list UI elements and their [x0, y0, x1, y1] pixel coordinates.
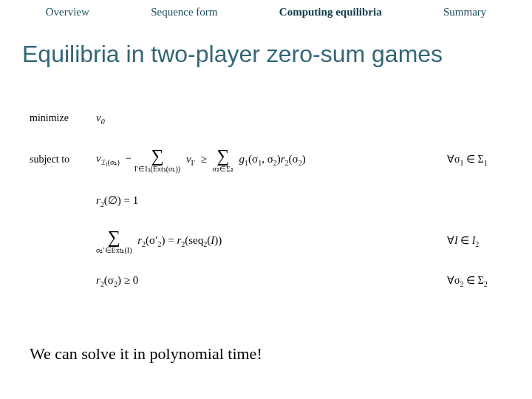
subject-to-label: subject to — [30, 154, 96, 166]
constraint-3-body: ∑ σ₂′∈Ext₂(I) r2(σ′2) = r2(seq2(I)) — [96, 228, 447, 254]
lp-constraint-3: ∑ σ₂′∈Ext₂(I) r2(σ′2) = r2(seq2(I)) ∀I ∈… — [30, 225, 510, 257]
lp-constraint-1: subject to v𝓘₁(σ₁) − ∑ I′∈I₁(Ext₁(σ₁)) v… — [30, 142, 510, 177]
lp-constraint-4: r2(σ2) ≥ 0 ∀σ2 ∈ Σ2 — [30, 267, 510, 294]
lp-objective: minimize v0 — [30, 105, 510, 132]
constraint-4-body: r2(σ2) ≥ 0 — [96, 274, 447, 288]
nav-sequence-form[interactable]: Sequence form — [151, 6, 217, 18]
constraint-1-body: v𝓘₁(σ₁) − ∑ I′∈I₁(Ext₁(σ₁)) vI′ ≥ ∑ σ₂∈Σ… — [96, 147, 447, 173]
constraint-4-qual: ∀σ2 ∈ Σ2 — [447, 274, 510, 288]
nav-summary[interactable]: Summary — [443, 6, 486, 18]
constraint-1-qual: ∀σ1 ∈ Σ1 — [447, 153, 510, 167]
sum-icon: ∑ I′∈I₁(Ext₁(σ₁)) — [134, 147, 180, 173]
lp-constraint-2: r2(∅) = 1 — [30, 188, 510, 214]
sum-icon: ∑ σ₂∈Σ₂ — [213, 147, 233, 173]
constraint-2-body: r2(∅) = 1 — [96, 194, 447, 208]
nav-overview[interactable]: Overview — [46, 6, 89, 18]
nav-computing-equilibria[interactable]: Computing equilibria — [279, 6, 382, 18]
objective-label: minimize — [30, 112, 96, 124]
conclusion-text: We can solve it in polynomial time! — [30, 344, 262, 364]
constraint-3-qual: ∀I ∈ I2 — [447, 234, 510, 248]
objective-expr: v0 — [96, 112, 105, 126]
slide-title: Equilibria in two-player zero-sum games — [0, 26, 532, 75]
lp-formulation: minimize v0 subject to v𝓘₁(σ₁) − ∑ I′∈I₁… — [0, 75, 532, 312]
sum-icon: ∑ σ₂′∈Ext₂(I) — [96, 228, 132, 254]
nav-tabs: Overview Sequence form Computing equilib… — [0, 0, 532, 26]
